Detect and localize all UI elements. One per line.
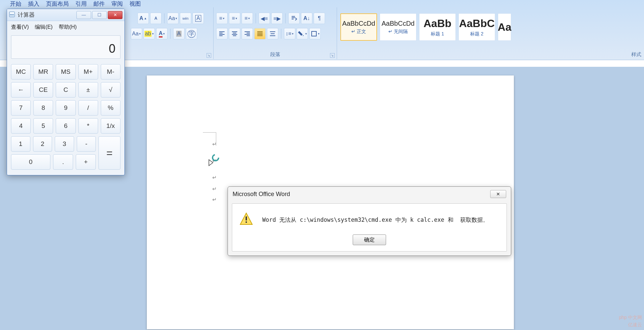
menu-view[interactable]: 查看(V) [11, 24, 29, 31]
key-7[interactable]: 7 [11, 100, 31, 116]
style-no-spacing[interactable]: AaBbCcDd ↵ 无间隔 [380, 13, 416, 41]
align-center-button[interactable] [229, 28, 240, 39]
phonetic-guide-button[interactable]: wén [180, 13, 191, 24]
style-no-spacing-name: ↵ 无间隔 [388, 29, 408, 35]
font-dialog-launcher[interactable]: ↘ [207, 53, 211, 58]
distribute-button[interactable] [267, 28, 278, 39]
grow-font-button[interactable]: A▲ [137, 13, 149, 24]
svg-rect-6 [13, 14, 14, 15]
menu-help[interactable]: 帮助(H) [59, 24, 77, 31]
style-normal[interactable]: AaBbCcDd ↵ 正文 [340, 13, 377, 41]
shading-button[interactable]: ▾ [297, 28, 308, 39]
key-subtract[interactable]: - [77, 136, 96, 152]
justify-button[interactable] [254, 28, 266, 39]
calc-title: 计算器 [18, 11, 35, 19]
align-left-button[interactable] [216, 28, 228, 39]
style-more[interactable]: Aa [498, 13, 511, 41]
style-heading2-sample: AaBbC [459, 17, 495, 30]
key-equals[interactable]: = [98, 136, 120, 170]
bullets-button[interactable]: ≡▾ [216, 13, 228, 24]
tab-review[interactable]: 审阅 [111, 0, 123, 7]
key-plusminus[interactable]: ± [78, 82, 98, 98]
key-reciprocal[interactable]: 1/x [101, 118, 120, 134]
svg-rect-7 [246, 216, 247, 220]
ltr-button[interactable] [288, 13, 300, 24]
character-shading-button[interactable]: A [173, 28, 185, 39]
tab-page-layout[interactable]: 页面布局 [46, 0, 69, 7]
paragraph-mark-icon: ↵ [212, 196, 217, 203]
font-color-button[interactable]: A▾ [156, 28, 168, 39]
styles-label: 样式 [631, 51, 641, 58]
numbering-button[interactable]: ≡▾ [229, 13, 240, 24]
style-heading2[interactable]: AaBbC 标题 2 [458, 13, 495, 41]
key-percent[interactable]: % [101, 100, 120, 116]
svg-rect-4 [10, 14, 11, 15]
sort-button[interactable]: A↓ [301, 13, 312, 24]
paragraph-mark-icon: ↵ [212, 186, 217, 192]
calc-display: 0 [11, 35, 120, 59]
enclose-char-button[interactable]: 字 [186, 28, 197, 39]
key-mplus[interactable]: M+ [78, 64, 98, 79]
svg-rect-8 [246, 221, 247, 223]
key-divide[interactable]: / [78, 100, 98, 116]
key-mminus[interactable]: M- [101, 64, 120, 79]
error-close-button[interactable]: ✕ [490, 190, 506, 198]
key-4[interactable]: 4 [11, 118, 31, 134]
key-3[interactable]: 3 [55, 136, 74, 152]
key-mc[interactable]: MC [11, 64, 31, 79]
error-dialog-titlebar[interactable]: Microsoft Office Word ✕ [228, 187, 511, 201]
key-5[interactable]: 5 [33, 118, 53, 134]
key-multiply[interactable]: * [78, 118, 98, 134]
style-normal-name: ↵ 正文 [351, 29, 366, 35]
styles-group: AaBbCcDd ↵ 正文 AaBbCcDd ↵ 无间隔 AaBb 标题 1 A… [337, 7, 644, 59]
paragraph-mark-icon: ↵ [212, 174, 217, 181]
key-ms[interactable]: MS [56, 64, 75, 79]
tab-home[interactable]: 开始 [10, 0, 21, 7]
borders-button[interactable]: ▾ [309, 28, 321, 39]
tab-references[interactable]: 引用 [75, 0, 87, 7]
key-c[interactable]: C [56, 82, 75, 98]
multilevel-list-button[interactable]: ≡▾ [242, 13, 253, 24]
minimize-button[interactable]: — [76, 11, 91, 19]
key-6[interactable]: 6 [56, 118, 75, 134]
key-1[interactable]: 1 [11, 136, 30, 152]
shrink-font-button[interactable]: A [150, 13, 162, 24]
menu-edit[interactable]: 编辑(E) [35, 24, 52, 31]
key-8[interactable]: 8 [33, 100, 53, 116]
tab-mail[interactable]: 邮件 [93, 0, 105, 7]
ribbon-tabs: 开始 插入 页面布局 引用 邮件 审阅 视图 [0, 0, 644, 7]
key-decimal[interactable]: . [53, 154, 73, 170]
key-backspace[interactable]: ← [11, 82, 31, 98]
paragraph-group: ≡▾ ≡▾ ≡▾ ◀≡ ≡▶ A↓ ¶ ↕≡▾ ▾ ▾ [214, 7, 337, 59]
word-error-dialog: Microsoft Office Word ✕ Word 无法从 c:\wind… [228, 186, 511, 256]
warning-icon [239, 212, 254, 228]
paragraph-dialog-launcher[interactable]: ↘ [330, 53, 335, 58]
close-button[interactable]: ✕ [108, 11, 122, 19]
clear-format-button[interactable]: Aa▾ [131, 28, 142, 39]
tab-insert[interactable]: 插入 [28, 0, 39, 7]
key-0[interactable]: 0 [11, 154, 50, 170]
svg-rect-5 [11, 14, 12, 15]
key-ce[interactable]: CE [33, 82, 53, 98]
character-border-button[interactable]: A [193, 13, 204, 24]
clipboard-group [0, 7, 7, 59]
maximize-button[interactable]: ☐ [92, 11, 107, 19]
outdent-button[interactable]: ◀≡ [259, 13, 270, 24]
key-2[interactable]: 2 [33, 136, 52, 152]
key-sqrt[interactable]: √ [101, 82, 120, 98]
calc-keypad: MC MR MS M+ M- ← CE C ± √ 7 8 9 / % 4 5 … [7, 61, 124, 175]
busy-cursor-icon [207, 154, 220, 167]
indent-button[interactable]: ≡▶ [271, 13, 283, 24]
line-spacing-button[interactable]: ↕≡▾ [284, 28, 295, 39]
key-mr[interactable]: MR [33, 64, 53, 79]
tab-view[interactable]: 视图 [129, 0, 141, 7]
style-heading1[interactable]: AaBb 标题 1 [419, 13, 456, 41]
highlight-button[interactable]: ab▾ [143, 28, 155, 39]
show-marks-button[interactable]: ¶ [314, 13, 325, 24]
align-right-button[interactable] [242, 28, 253, 39]
key-add[interactable]: + [76, 154, 96, 170]
change-case-button[interactable]: Aa▾ [167, 13, 179, 24]
key-9[interactable]: 9 [56, 100, 75, 116]
calc-titlebar[interactable]: 计算器 — ☐ ✕ [7, 9, 124, 21]
error-ok-button[interactable]: 确定 [353, 234, 386, 245]
